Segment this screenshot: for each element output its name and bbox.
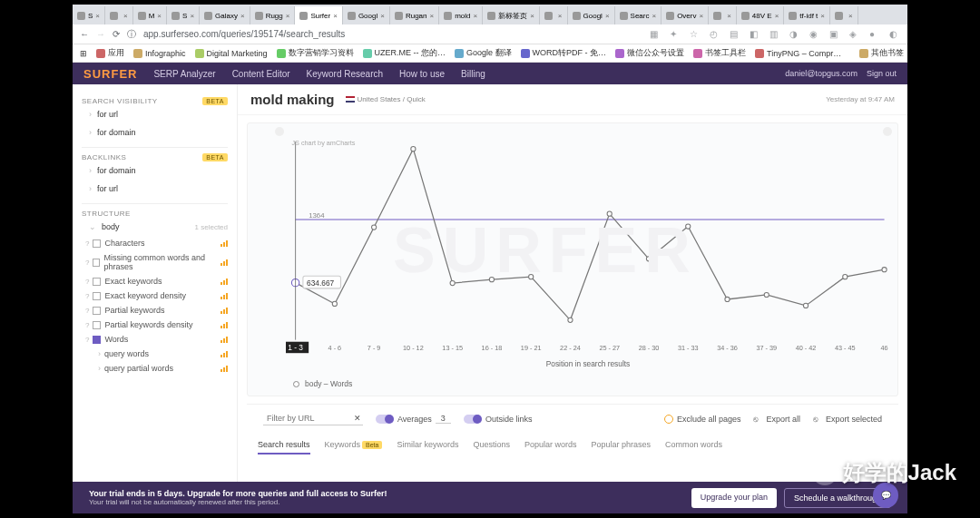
structure-item[interactable]: ?Exact keywords	[82, 274, 228, 288]
results-tab[interactable]: Similar keywords	[397, 440, 458, 454]
bookmark-item[interactable]: Infographic	[133, 49, 186, 58]
bookmark-item[interactable]: TinyPNG – Compr…	[755, 49, 841, 58]
close-icon[interactable]: ×	[123, 12, 128, 20]
export-selected[interactable]: ⎋ Export selected	[813, 415, 882, 424]
close-icon[interactable]: ×	[190, 12, 194, 20]
exclude-all-pages[interactable]: Exclude all pages	[664, 415, 741, 424]
location-label[interactable]: United States / Quick	[346, 95, 426, 103]
browser-tab[interactable]: tf-idf t×	[784, 6, 830, 24]
chart-handle-right[interactable]	[883, 127, 892, 136]
browser-tab[interactable]: Surfer×	[295, 6, 342, 24]
svg-point-20	[489, 278, 494, 282]
filter-url-input[interactable]: ✕	[263, 412, 363, 425]
upgrade-button[interactable]: Upgrade your plan	[691, 488, 777, 508]
address-text[interactable]: app.surferseo.com/queries/195174/search_…	[143, 29, 345, 39]
bookmark-item[interactable]: 应用	[96, 47, 124, 59]
sidebar-body-toggle[interactable]: ⌄ body 1 selected	[82, 218, 228, 236]
structure-item[interactable]: ?Exact keyword density	[82, 288, 228, 303]
close-icon[interactable]: ×	[558, 12, 563, 20]
close-icon[interactable]: ×	[430, 12, 435, 20]
sidebar-visibility-url[interactable]: ›for url	[82, 105, 228, 123]
browser-tab[interactable]: Rugg×	[250, 6, 296, 24]
results-tab[interactable]: Search results	[258, 440, 310, 454]
sidebar-visibility-domain[interactable]: ›for domain	[82, 123, 228, 142]
nav-keyword-research[interactable]: Keyword Research	[307, 69, 383, 79]
outside-links-toggle[interactable]: Outside links	[464, 415, 533, 424]
close-icon[interactable]: ×	[474, 12, 478, 20]
svg-point-26	[725, 297, 730, 301]
chart-handle-left[interactable]	[275, 127, 284, 136]
close-icon[interactable]: ×	[652, 12, 656, 20]
browser-tab[interactable]: Galaxy×	[200, 6, 250, 24]
nav-reload-icon[interactable]: ⟳	[113, 29, 120, 39]
bookmark-item[interactable]: 书签工具栏	[693, 47, 746, 59]
sidebar-backlinks-url[interactable]: ›for url	[82, 180, 228, 198]
export-all[interactable]: ⎋ Export all	[753, 415, 800, 424]
browser-tab[interactable]: 新标签页×	[483, 6, 540, 24]
bookmark-item[interactable]: Google 翻译	[455, 47, 512, 59]
browser-tab[interactable]: Overv×	[662, 6, 709, 24]
structure-item[interactable]: ›query partial words	[82, 361, 228, 376]
close-icon[interactable]: ×	[157, 12, 162, 20]
sidebar-backlinks-domain[interactable]: ›for domain	[82, 161, 228, 180]
nav-content-editor[interactable]: Content Editor	[232, 69, 290, 79]
results-tab[interactable]: Popular phrases	[592, 440, 652, 454]
apps-icon[interactable]: ⊞	[80, 49, 87, 58]
svg-text:JS chart by amCharts: JS chart by amCharts	[291, 139, 355, 147]
browser-tab[interactable]: Searc×	[615, 6, 662, 24]
close-icon[interactable]: ×	[240, 12, 245, 20]
structure-item[interactable]: ?Partial keywords	[82, 303, 228, 318]
bookmark-item[interactable]: 其他书签	[859, 47, 904, 59]
nav-billing[interactable]: Billing	[461, 69, 485, 79]
structure-item[interactable]: ?Words	[82, 332, 228, 347]
user-email[interactable]: daniel@topgus.com	[785, 69, 858, 78]
nav-back-icon[interactable]: ←	[80, 29, 89, 39]
results-tab[interactable]: Common words	[665, 440, 722, 454]
close-icon[interactable]: ×	[699, 12, 703, 20]
nav-serp-analyzer[interactable]: SERP Analyzer	[153, 69, 215, 79]
browser-tab[interactable]: ×	[830, 6, 858, 24]
browser-tab[interactable]: ×	[540, 6, 568, 24]
clear-icon[interactable]: ✕	[354, 414, 361, 423]
close-icon[interactable]: ×	[286, 12, 290, 20]
nav-forward-icon[interactable]: →	[96, 29, 105, 39]
svg-text:22 - 24: 22 - 24	[560, 344, 581, 352]
close-icon[interactable]: ×	[775, 12, 779, 20]
browser-tab[interactable]: mold×	[439, 6, 483, 24]
sidebar-visibility-title: SEARCH VISIBILITY	[82, 97, 158, 105]
close-icon[interactable]: ×	[333, 12, 338, 20]
browser-tab[interactable]: M×	[133, 6, 167, 24]
close-icon[interactable]: ×	[530, 12, 534, 20]
bookmark-item[interactable]: Digital Marketing	[195, 49, 268, 58]
svg-text:37 - 39: 37 - 39	[756, 344, 777, 352]
bookmark-item[interactable]: UZER.ME -- 您的…	[363, 47, 446, 59]
close-icon[interactable]: ×	[95, 12, 100, 20]
structure-item[interactable]: ?Characters	[82, 236, 228, 250]
browser-tab[interactable]: 48V E×	[737, 6, 784, 24]
browser-tab[interactable]: Googl×	[568, 6, 615, 24]
browser-tab[interactable]: Rugan×	[390, 6, 439, 24]
structure-item[interactable]: ›query words	[82, 347, 228, 361]
structure-item[interactable]: ?Partial keywords density	[82, 318, 228, 332]
results-tab[interactable]: KeywordsBeta	[325, 440, 383, 454]
close-icon[interactable]: ×	[820, 12, 825, 20]
results-tab[interactable]: Popular words	[524, 440, 577, 454]
close-icon[interactable]: ×	[848, 12, 853, 20]
close-icon[interactable]: ×	[727, 12, 731, 20]
bookmark-item[interactable]: 微信公众号设置	[615, 47, 684, 59]
close-icon[interactable]: ×	[605, 12, 610, 20]
structure-item[interactable]: ?Missing common words and phrases	[82, 250, 228, 274]
browser-tab[interactable]: ×	[105, 6, 133, 24]
chart-legend[interactable]: body – Words	[293, 379, 890, 388]
averages-toggle[interactable]: Averages 3	[376, 414, 451, 424]
browser-tab[interactable]: Googl×	[343, 6, 390, 24]
bookmark-item[interactable]: 数字营销学习资料	[277, 47, 354, 59]
nav-how-to-use[interactable]: How to use	[399, 69, 445, 79]
browser-tab[interactable]: S×	[73, 6, 105, 24]
results-tab[interactable]: Questions	[473, 440, 510, 454]
sign-out-link[interactable]: Sign out	[867, 69, 897, 78]
bookmark-item[interactable]: WORD转PDF - 免…	[521, 47, 607, 59]
browser-tab[interactable]: S×	[167, 6, 200, 24]
close-icon[interactable]: ×	[380, 12, 385, 20]
browser-tab[interactable]: ×	[709, 6, 737, 24]
